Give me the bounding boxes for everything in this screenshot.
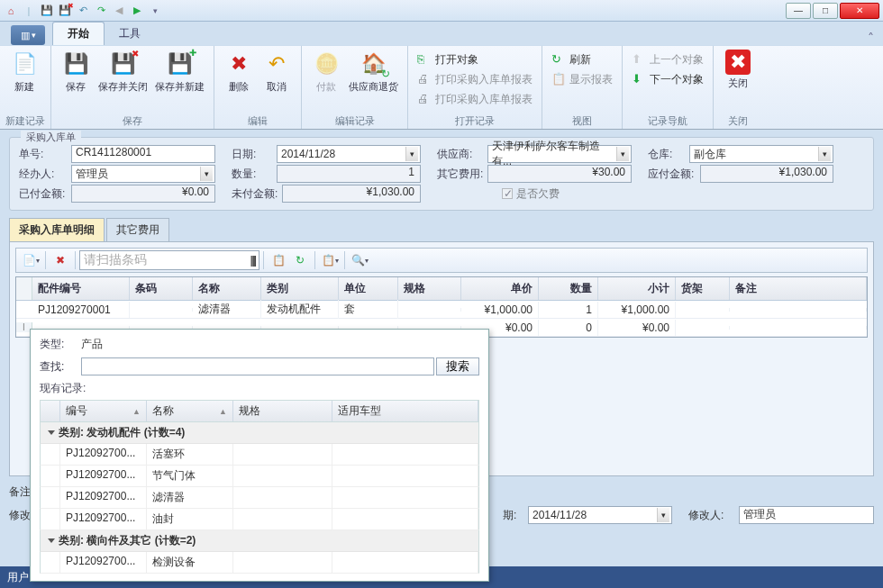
window-controls: — □ ✕ [784, 3, 879, 19]
minimize-button[interactable]: — [786, 3, 811, 19]
type-value: 产品 [81, 337, 103, 352]
supplier-select[interactable]: 天津伊利萨尔客车制造有...▾ [487, 145, 632, 163]
maximize-button[interactable]: □ [813, 3, 838, 19]
chevron-down-icon: ▾ [405, 147, 418, 161]
pop-col-name[interactable]: 名称▲ [147, 401, 233, 421]
group-label: 打开记录 [414, 114, 536, 129]
group-view: ↻刷新 📋显示报表 视图 [542, 46, 623, 129]
home-icon[interactable]: ⌂ [4, 4, 18, 18]
supplier-return-button[interactable]: 🏠↻供应商退货 [345, 48, 402, 95]
undo-arrow-icon: ↶ [262, 50, 291, 78]
unpaid-input: ¥1,030.00 [282, 185, 421, 203]
pop-col-model[interactable]: 适用车型 [332, 401, 478, 421]
paid-input: ¥0.00 [71, 185, 215, 203]
search-grid-button[interactable]: 🔍▾ [350, 250, 369, 270]
modifier-input[interactable]: 管理员 [739, 506, 874, 524]
down-arrow-icon: ⬇ [632, 72, 646, 86]
popup-group-header[interactable]: 类别: 发动机配件 (计数=4) [40, 422, 479, 444]
barcode-input[interactable]: 请扫描条码 ||||| [79, 250, 259, 270]
print-form2-button: 🖨打印采购入库单报表 [414, 89, 536, 109]
quick-sep: | [22, 4, 36, 18]
date-label: 日期: [232, 147, 277, 162]
tab-other-fees[interactable]: 其它费用 [106, 218, 169, 241]
search-input[interactable] [81, 357, 434, 375]
undo-icon[interactable]: ↶ [76, 4, 90, 18]
orderno-label: 单号: [19, 147, 71, 162]
purchase-form: 采购入库单 单号: CR1411280001 日期: 2014/11/28▾ 供… [9, 137, 874, 211]
tab-start[interactable]: 开始 [52, 22, 105, 45]
group-new-record: 📄 新建 新建记录 [0, 46, 51, 129]
popup-row[interactable]: PJ12092700...节气门体 [40, 466, 479, 487]
save-close-button[interactable]: 💾✖保存并关闭 [95, 48, 151, 95]
close-window-button[interactable]: ✕ [840, 3, 879, 19]
redo-icon[interactable]: ↷ [94, 4, 108, 18]
table-row[interactable]: PJ1209270001 滤清器 发动机配件 套 ¥1,000.00 1 ¥1,… [16, 301, 867, 319]
refresh-grid-button[interactable]: ↻ [290, 250, 310, 270]
quick-prev-icon[interactable]: ◀ [112, 4, 126, 18]
copy-button[interactable]: 📋 [269, 250, 288, 270]
chevron-down-icon: ▾ [657, 508, 669, 522]
app-menu-button[interactable]: ▥▾ [11, 25, 45, 45]
delete-button[interactable]: ✖删除 [220, 48, 258, 95]
col-category[interactable]: 类别 [261, 277, 339, 300]
chevron-down-icon: ▾ [818, 147, 831, 161]
paste-button[interactable]: 📋▾ [320, 250, 340, 270]
col-shelf[interactable]: 货架 [676, 277, 730, 300]
payable-input: ¥1,030.00 [700, 165, 833, 183]
qty-input: 1 [277, 165, 421, 183]
handler-select[interactable]: 管理员▾ [71, 165, 215, 183]
col-price[interactable]: 单价 [461, 277, 539, 300]
cancel-button[interactable]: ↶取消 [258, 48, 296, 95]
date-input[interactable]: 2014/11/28▾ [277, 145, 421, 163]
group-edit: ✖删除 ↶取消 编辑 [214, 46, 302, 129]
grid-header: 配件编号 条码 名称 类别 单位 规格 单价 数量 小计 货架 备注 [16, 277, 867, 301]
qty-label: 数量: [232, 167, 277, 182]
save-button[interactable]: 💾保存 [57, 48, 95, 95]
open-object-button[interactable]: ⎘打开对象 [414, 50, 536, 69]
orderno-input[interactable]: CR1411280001 [71, 145, 215, 163]
refresh-button[interactable]: ↻刷新 [548, 50, 616, 69]
handler-label: 经办人: [19, 167, 71, 182]
ribbon-tabs: ▥▾ 开始 工具 ˄ [0, 22, 883, 45]
next-object-button[interactable]: ⬇下一个对象 [628, 69, 707, 89]
popup-row[interactable]: PJ12092700...滤清器 [40, 487, 479, 509]
tab-detail-items[interactable]: 采购入库单明细 [9, 218, 105, 241]
col-qty[interactable]: 数量 [539, 277, 598, 300]
col-barcode[interactable]: 条码 [130, 277, 193, 300]
existing-label: 现有记录: [40, 381, 479, 396]
save-icon[interactable]: 💾 [40, 4, 54, 18]
popup-row[interactable]: PJ12092700...活塞环 [40, 444, 479, 466]
col-remark[interactable]: 备注 [730, 277, 867, 300]
col-name[interactable]: 名称 [193, 277, 261, 300]
col-spec[interactable]: 规格 [398, 277, 461, 300]
save-new-button[interactable]: 💾✚保存并新建 [151, 48, 208, 95]
col-unit[interactable]: 单位 [339, 277, 398, 300]
col-code[interactable]: 配件编号 [32, 277, 130, 300]
modifier-label: 修改人: [688, 508, 739, 523]
tab-tools[interactable]: 工具 [105, 23, 155, 45]
quick-dd-icon[interactable]: ▾ [148, 4, 162, 18]
ribbon-collapse-icon[interactable]: ˄ [868, 31, 874, 45]
status-user: 用户 [7, 570, 29, 585]
save-close-icon[interactable]: 💾✖ [58, 4, 72, 18]
paid-label: 已付金额: [19, 186, 71, 202]
pop-col-spec[interactable]: 规格 [233, 401, 332, 421]
group-open-record: ⎘打开对象 🖨打印采购入库单报表 🖨打印采购入库单报表 打开记录 [408, 46, 542, 129]
popup-group-header[interactable]: 类别: 横向件及其它 (计数=2) [40, 530, 479, 552]
group-edit-record: 🪙付款 🏠↻供应商退货 编辑记录 [302, 46, 408, 129]
pop-col-code[interactable]: 编号▲ [60, 401, 147, 421]
quick-next-icon[interactable]: ▶ [130, 4, 144, 18]
col-subtotal[interactable]: 小计 [598, 277, 676, 300]
unpaid-label: 未付金额: [232, 186, 282, 202]
popup-row[interactable]: PJ12092700...油封 [40, 509, 479, 530]
detail-tabs: 采购入库单明细 其它费用 [9, 218, 874, 242]
search-button[interactable]: 搜索 [436, 357, 479, 375]
new-row-button[interactable]: 📄▾ [21, 250, 41, 270]
popup-row[interactable]: PJ12092700...检测设备 [40, 552, 479, 574]
save-close-icon: 💾✖ [109, 50, 138, 78]
close-button[interactable]: ✖关闭 [719, 48, 757, 92]
modify-date-input[interactable]: 2014/11/28▾ [528, 506, 672, 524]
new-button[interactable]: 📄 新建 [5, 48, 43, 95]
warehouse-select[interactable]: 副仓库▾ [689, 145, 833, 163]
delete-row-button[interactable]: ✖ [50, 250, 70, 270]
